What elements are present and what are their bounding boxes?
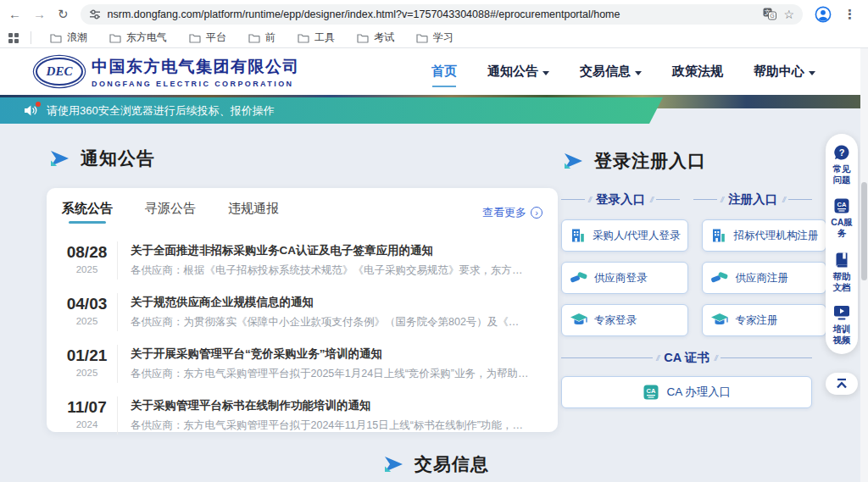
notice-desc: 各供应商：根据《电子招标投标系统技术规范》《电子采购交易规范》要求，东方电气采购…: [131, 263, 529, 278]
menu-kebab-icon[interactable]: ⋮: [843, 8, 856, 20]
apps-grid-icon[interactable]: [8, 33, 19, 43]
rail-item[interactable]: 帮助文档: [831, 252, 853, 293]
trade-section-title: 交易信息: [415, 452, 489, 476]
bookmark-item[interactable]: 平台: [182, 29, 233, 47]
svg-text:G: G: [771, 13, 775, 19]
dec-logo-icon: DEC: [36, 58, 83, 86]
trade-section-heading: 交易信息: [383, 452, 489, 476]
rail-item[interactable]: CA CA服务: [831, 197, 853, 239]
bookmarks-bar: 浪潮 东方电气 平台 前 工具 考试 学习: [0, 28, 868, 47]
bookmark-item[interactable]: 浪潮: [43, 29, 94, 47]
register-button[interactable]: 供应商注册: [702, 262, 826, 294]
bookmark-item[interactable]: 考试: [350, 29, 401, 47]
ca-badge-icon: CA: [643, 384, 659, 401]
nav-item[interactable]: 通知公告: [487, 64, 549, 80]
svg-text:?: ?: [839, 147, 845, 158]
back-icon[interactable]: ←: [8, 8, 21, 20]
translate-icon[interactable]: 文G: [763, 8, 776, 20]
notice-tab[interactable]: 系统公告: [62, 201, 113, 224]
handshake-icon: [710, 269, 729, 286]
nav-item[interactable]: 交易信息: [580, 64, 642, 80]
svg-text:CA: CA: [646, 387, 655, 395]
login-button[interactable]: 供应商登录: [561, 262, 688, 294]
floating-toolbar: ? 常见问题 CA CA服务 帮助文档 培训视频: [826, 134, 858, 354]
rail-item[interactable]: 培训视频: [831, 305, 853, 346]
site-header: DEC 中国东方电气集团有限公司 DONGFANG ELECTRIC CORPO…: [0, 48, 868, 95]
bookmark-star-icon[interactable]: ☆: [783, 8, 794, 20]
back-to-top-icon: [835, 378, 849, 390]
notice-tab[interactable]: 寻源公告: [145, 201, 196, 224]
notice-desc: 各供应商：东方电气采购管理平台拟于2024年11月15日上线“标书在线制作”功能…: [131, 418, 529, 433]
graduation-cap-icon: [710, 312, 729, 329]
notice-date: 01/21 2025: [62, 345, 118, 383]
login-button[interactable]: 专家登录: [561, 304, 688, 336]
company-name-cn: 中国东方电气集团有限公司: [92, 56, 300, 78]
announcement-ribbon: 请使用360安全浏览器进行后续投标、报价操作: [0, 97, 663, 124]
nav-item[interactable]: 首页: [431, 64, 457, 80]
section-arrow-icon: [383, 456, 403, 473]
chevron-down-icon: [809, 71, 815, 75]
notice-desc: 各供应商：东方电气采购管理平台拟于2025年1月24日上线“竞价采购”业务，为帮…: [131, 367, 529, 381]
bookmark-item[interactable]: 学习: [409, 29, 460, 47]
notice-title[interactable]: 关于规范供应商企业规模信息的通知: [131, 295, 529, 310]
folder-icon: [416, 33, 428, 43]
chevron-right-circle-icon: ›: [531, 207, 542, 219]
notice-title[interactable]: 关于全面推进非招标采购业务CA认证及电子签章应用的通知: [131, 243, 529, 258]
view-more-link[interactable]: 查看更多 ›: [482, 205, 542, 220]
rail-item[interactable]: ? 常见问题: [831, 144, 853, 186]
building-icon: [570, 227, 587, 244]
chrome-actions: ⋮: [815, 6, 860, 23]
scrollbar-thumb[interactable]: [861, 182, 867, 280]
book-icon: [833, 252, 850, 269]
notice-title[interactable]: 关于开展采购管理平台“竞价采购业务”培训的通知: [131, 346, 529, 362]
site-settings-icon[interactable]: [89, 8, 101, 20]
notice-item[interactable]: 11/07 2024 关于采购管理平台标书在线制作功能培训的通知 各供应商：东方…: [52, 390, 553, 441]
nav-item[interactable]: 政策法规: [672, 64, 723, 80]
brand-logo[interactable]: DEC 中国东方电气集团有限公司 DONGFANG ELECTRIC CORPO…: [36, 56, 300, 88]
notice-list: 08/28 2025 关于全面推进非招标采购业务CA认证及电子签章应用的通知 各…: [47, 231, 558, 441]
notice-date: 08/28 2025: [62, 241, 118, 280]
notice-title[interactable]: 关于采购管理平台标书在线制作功能培训的通知: [131, 398, 529, 413]
chevron-down-icon: [635, 71, 642, 75]
profile-avatar-icon[interactable]: [815, 6, 832, 23]
svg-text:CA: CA: [837, 201, 847, 208]
nav-item[interactable]: 帮助中心: [754, 64, 815, 80]
login-section-title: 登录注册入口: [594, 149, 706, 173]
page-scrollbar: [860, 48, 868, 482]
bookmark-item[interactable]: 工具: [291, 29, 342, 47]
url-text[interactable]: nsrm.dongfang.com/platform/runtime/epp/d…: [108, 8, 757, 20]
speaker-icon: [24, 104, 38, 117]
login-button[interactable]: 采购人/代理人登录: [561, 219, 688, 252]
folder-icon: [189, 33, 201, 43]
notice-item[interactable]: 01/21 2025 关于开展采购管理平台“竞价采购业务”培训的通知 各供应商：…: [52, 338, 553, 390]
register-button[interactable]: 专家注册: [702, 304, 826, 336]
folder-icon: [248, 33, 260, 43]
login-group-header: // 登录入口 //: [561, 191, 680, 208]
forward-icon[interactable]: →: [33, 8, 46, 20]
address-bar[interactable]: nsrm.dongfang.com/platform/runtime/epp/d…: [81, 4, 803, 25]
notices-section-title: 通知公告: [81, 147, 155, 170]
folder-icon: [298, 33, 309, 43]
ca-apply-button[interactable]: CA CA 办理入口: [561, 376, 812, 408]
ca-badge-icon: CA: [833, 197, 850, 214]
notice-date: 04/03 2025: [62, 293, 118, 331]
graduation-cap-icon: [570, 312, 588, 329]
notice-item[interactable]: 08/28 2025 关于全面推进非招标采购业务CA认证及电子签章应用的通知 各…: [52, 235, 553, 286]
bookmark-item[interactable]: 前: [242, 29, 282, 47]
notice-tabs: 系统公告寻源公告违规通报: [62, 201, 279, 224]
reload-icon[interactable]: ↻: [58, 8, 69, 20]
notice-tab[interactable]: 违规通报: [228, 201, 279, 224]
notices-card: 系统公告寻源公告违规通报 查看更多 › 08/28 2025 关于全面推进非招标…: [47, 188, 558, 432]
register-button[interactable]: 招标代理机构注册: [702, 219, 826, 252]
notices-section-heading: 通知公告: [49, 147, 155, 170]
notice-date: 11/07 2024: [62, 396, 118, 435]
handshake-icon: [570, 269, 588, 286]
notice-item[interactable]: 04/03 2025 关于规范供应商企业规模信息的通知 各供应商：为贯彻落实《保…: [52, 286, 553, 338]
building-icon: [710, 227, 727, 244]
login-register-panel: 登录注册入口 // 登录入口 // // 注册入口 // 采购人/代理人登录 供…: [561, 149, 812, 408]
browser-chrome: ← → ↻ nsrm.dongfang.com/platform/runtime…: [0, 0, 868, 48]
folder-icon: [357, 33, 369, 43]
section-arrow-icon: [563, 152, 583, 169]
bookmark-item[interactable]: 东方电气: [103, 29, 174, 47]
back-to-top-button[interactable]: [826, 373, 858, 395]
